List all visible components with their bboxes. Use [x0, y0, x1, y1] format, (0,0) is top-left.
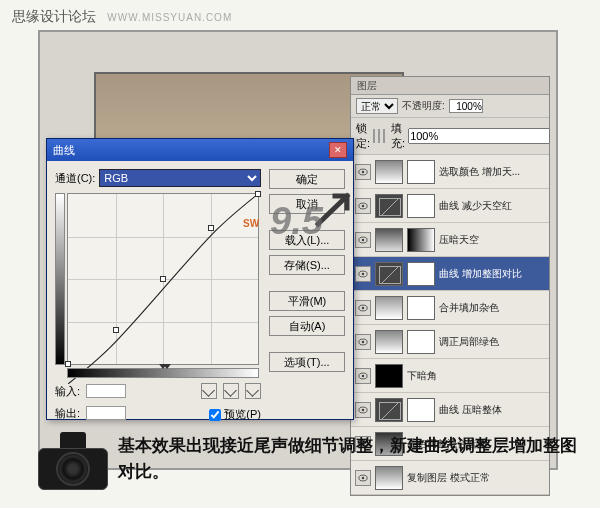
- visibility-eye-icon[interactable]: [355, 402, 371, 418]
- layer-thumb: [375, 194, 403, 218]
- layer-thumb: [407, 398, 435, 422]
- layer-thumb: [407, 194, 435, 218]
- layer-thumb: [407, 160, 435, 184]
- lock-position-icon[interactable]: [378, 129, 380, 143]
- visibility-eye-icon[interactable]: [355, 232, 371, 248]
- layer-item[interactable]: 曲线 压暗整体: [351, 393, 549, 427]
- visibility-eye-icon[interactable]: [355, 198, 371, 214]
- layer-item[interactable]: 合并填加杂色: [351, 291, 549, 325]
- lock-all-icon[interactable]: [383, 129, 385, 143]
- caption-text: 基本效果出现接近尾声做细节调整，新建曲线调整层增加整图对比。: [118, 433, 580, 484]
- layer-item[interactable]: 选取颜色 增加天...: [351, 155, 549, 189]
- dialog-title: 曲线: [53, 143, 75, 158]
- curve-point[interactable]: [160, 276, 166, 282]
- layer-item[interactable]: 曲线 增加整图对比: [351, 257, 549, 291]
- layer-name: 调正局部绿色: [439, 335, 499, 349]
- options-button[interactable]: 选项(T)...: [269, 352, 345, 372]
- svg-point-1: [362, 170, 365, 173]
- visibility-eye-icon[interactable]: [355, 266, 371, 282]
- svg-point-9: [362, 306, 365, 309]
- svg-point-5: [362, 238, 365, 241]
- layer-name: 曲线 减少天空红: [439, 199, 512, 213]
- layer-item[interactable]: 曲线 减少天空红: [351, 189, 549, 223]
- watermark-score: 9.5: [270, 200, 323, 243]
- curves-dialog: 曲线 ✕ 通道(C): RGB: [46, 138, 354, 420]
- output-gradient: [55, 193, 65, 365]
- svg-point-3: [362, 204, 365, 207]
- opacity-label: 不透明度:: [402, 99, 445, 113]
- curve-point[interactable]: [208, 225, 214, 231]
- blend-opacity-row: 正常 不透明度:: [351, 95, 549, 118]
- fill-label: 填充:: [391, 121, 405, 151]
- layer-thumb: [407, 296, 435, 320]
- svg-point-13: [362, 374, 365, 377]
- watermark-brand: SW: [243, 218, 259, 229]
- output-label: 输出:: [55, 406, 80, 421]
- output-value[interactable]: [86, 406, 126, 420]
- input-gradient: [67, 368, 259, 378]
- svg-point-7: [362, 272, 365, 275]
- gray-point-dropper-icon[interactable]: [223, 383, 239, 399]
- layer-thumb: [375, 296, 403, 320]
- visibility-eye-icon[interactable]: [355, 164, 371, 180]
- visibility-eye-icon[interactable]: [355, 300, 371, 316]
- layer-thumb: [375, 262, 403, 286]
- layer-thumb: [375, 398, 403, 422]
- layers-tab[interactable]: 图层: [351, 77, 549, 95]
- layer-thumb: [375, 330, 403, 354]
- svg-point-15: [362, 408, 365, 411]
- black-point-dropper-icon[interactable]: [201, 383, 217, 399]
- dialog-titlebar[interactable]: 曲线 ✕: [47, 139, 353, 161]
- svg-point-11: [362, 340, 365, 343]
- opacity-input[interactable]: [449, 99, 483, 113]
- layer-thumb: [375, 364, 403, 388]
- layer-thumb: [407, 262, 435, 286]
- layer-name: 合并填加杂色: [439, 301, 499, 315]
- channel-label: 通道(C):: [55, 171, 95, 186]
- close-icon[interactable]: ✕: [329, 142, 347, 158]
- input-value[interactable]: [86, 384, 126, 398]
- layer-name: 选取颜色 增加天...: [439, 165, 520, 179]
- fill-input[interactable]: [408, 128, 550, 144]
- lock-pixels-icon[interactable]: [373, 129, 375, 143]
- channel-select[interactable]: RGB: [99, 169, 261, 187]
- camera-icon: [38, 432, 110, 490]
- layer-thumb: [407, 228, 435, 252]
- curve-point[interactable]: [113, 327, 119, 333]
- layer-item[interactable]: 调正局部绿色: [351, 325, 549, 359]
- blend-mode-select[interactable]: 正常: [356, 98, 398, 114]
- preview-label: 预览(P): [224, 407, 261, 422]
- layer-name: 压暗天空: [439, 233, 479, 247]
- layer-name: 曲线 增加整图对比: [439, 267, 522, 281]
- site-logo: 思缘设计论坛: [12, 8, 96, 24]
- lock-fill-row: 锁定: 填充:: [351, 118, 549, 155]
- smooth-button[interactable]: 平滑(M): [269, 291, 345, 311]
- layer-name: 下暗角: [407, 369, 437, 383]
- layer-item[interactable]: 下暗角: [351, 359, 549, 393]
- input-label: 输入:: [55, 384, 80, 399]
- visibility-eye-icon[interactable]: [355, 334, 371, 350]
- auto-button[interactable]: 自动(A): [269, 316, 345, 336]
- preview-checkbox[interactable]: [209, 409, 221, 421]
- layer-name: 曲线 压暗整体: [439, 403, 502, 417]
- curve-point[interactable]: [65, 361, 71, 367]
- layer-thumb: [407, 330, 435, 354]
- site-url: WWW.MISSYUAN.COM: [107, 12, 232, 23]
- layer-item[interactable]: 压暗天空: [351, 223, 549, 257]
- curve-graph[interactable]: [67, 193, 259, 365]
- save-button[interactable]: 存储(S)...: [269, 255, 345, 275]
- layer-thumb: [375, 160, 403, 184]
- white-point-dropper-icon[interactable]: [245, 383, 261, 399]
- curve-point[interactable]: [255, 191, 261, 197]
- lock-label: 锁定:: [356, 121, 370, 151]
- page-header: 思缘设计论坛 WWW.MISSYUAN.COM: [0, 0, 600, 34]
- layer-thumb: [375, 228, 403, 252]
- visibility-eye-icon[interactable]: [355, 368, 371, 384]
